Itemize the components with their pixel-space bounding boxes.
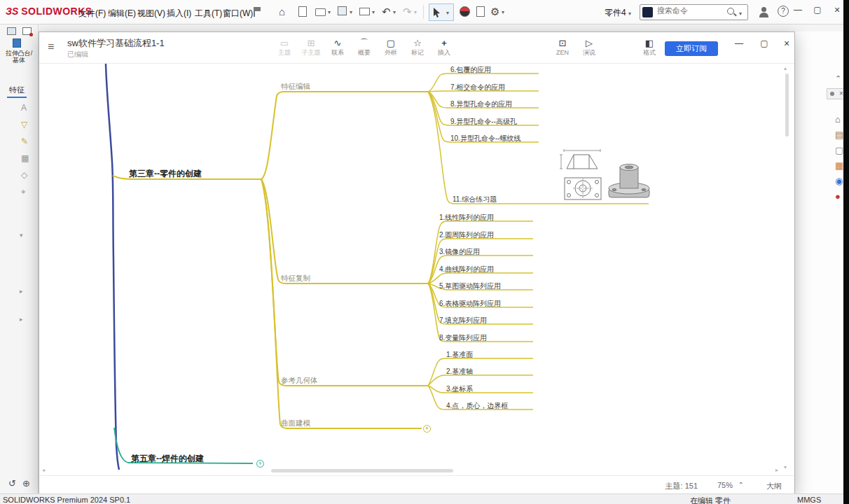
features-tab[interactable]: 特征	[7, 85, 27, 98]
sw-minimize-button[interactable]: —	[792, 4, 804, 15]
rebuild-icon[interactable]	[460, 6, 470, 17]
mindmap-branch-reference-geometry[interactable]: 参考几何体	[281, 376, 318, 386]
tree-collapse-icon[interactable]: ▾	[20, 232, 23, 239]
mindmap-node[interactable]: 2.基准轴	[446, 367, 473, 377]
mindmap-canvas[interactable]: 第三章--零件的创建 第五章--焊件的创建 特征编辑 特征复制 参考几何体 曲面…	[40, 64, 794, 475]
mindmap-node[interactable]: 8.变量阵列应用	[439, 333, 487, 343]
design-library-icon[interactable]: ▤	[835, 130, 843, 140]
zoom-fit-icon[interactable]: ⊕	[22, 478, 30, 489]
view-rotate-icon[interactable]: ↺	[8, 478, 16, 489]
mindmap-node[interactable]: 6.表格驱动阵列应用	[439, 299, 501, 309]
new-document-icon[interactable]	[298, 6, 307, 17]
scroll-down-icon[interactable]: ▾	[784, 464, 787, 470]
vertical-scrollbar-thumb[interactable]	[785, 74, 789, 136]
custom-properties-icon[interactable]: ●	[835, 192, 841, 202]
scroll-right-icon[interactable]: ▸	[775, 467, 778, 473]
horizontal-scrollbar-thumb[interactable]	[271, 469, 453, 472]
extrude-boss-icon[interactable]	[13, 38, 21, 48]
filter-funnel-icon[interactable]: ▽	[21, 120, 27, 130]
mindmap-node[interactable]: 3.镜像的应用	[439, 247, 480, 257]
mindmap-node[interactable]: 7.相交命令的应用	[450, 83, 505, 92]
xmind-close-button[interactable]: ×	[780, 38, 793, 49]
taskpane-pin-icon[interactable]	[830, 92, 834, 96]
zoom-level[interactable]: 75%	[717, 481, 733, 489]
search-chevron-icon[interactable]: ▾	[739, 10, 742, 17]
undo-icon[interactable]: ↶	[382, 6, 391, 18]
options-gear-icon[interactable]: ⚙	[490, 6, 499, 18]
taskpane-home-icon[interactable]: ⌂	[835, 115, 841, 125]
mindmap-node[interactable]: 10.异型孔命令--螺纹线	[450, 134, 521, 144]
xmind-minimize-button[interactable]: —	[733, 38, 745, 49]
save-chevron-icon[interactable]: ▾	[350, 9, 352, 15]
menu-insert[interactable]: 插入(I)	[164, 6, 194, 21]
menu-view[interactable]: 视图(V)	[134, 6, 168, 21]
feature-manager-icon[interactable]: A	[21, 103, 27, 113]
save-icon[interactable]	[338, 6, 347, 15]
select-tool-button[interactable]: ▾	[429, 4, 454, 21]
pin-menu-icon[interactable]	[254, 7, 261, 17]
scroll-left-icon[interactable]: ◂	[42, 467, 45, 473]
taskpane-close-icon[interactable]: ×	[839, 90, 843, 97]
sw-close-button[interactable]: ×	[831, 4, 843, 15]
search-input[interactable]	[657, 6, 724, 15]
toolbar-zen[interactable]: ⊡ZEN	[549, 37, 576, 57]
view-palette-icon[interactable]: ▦	[835, 161, 843, 171]
redo-icon[interactable]: ↷	[403, 6, 412, 18]
file-explorer-icon[interactable]: ▢	[835, 146, 843, 155]
help-icon[interactable]: ?	[778, 6, 789, 17]
undo-chevron-icon[interactable]: ▾	[393, 9, 396, 15]
outline-toggle[interactable]: 大纲	[766, 481, 782, 491]
login-user-icon[interactable]	[759, 6, 770, 18]
toolbar-topic[interactable]: ▭主题	[271, 37, 298, 57]
sw-maximize-button[interactable]: ▢	[811, 4, 824, 15]
menu-file[interactable]: 文件(F)	[76, 6, 109, 21]
mindmap-node[interactable]: 8.异型孔命令的应用	[450, 99, 512, 109]
mindmap-node[interactable]: 4.点，质心，边界框	[446, 401, 508, 411]
toolbar-pitch[interactable]: ▷演说	[576, 37, 602, 57]
mindmap-node[interactable]: 2.圆周阵列的应用	[439, 230, 494, 240]
redo-chevron-icon[interactable]: ▾	[414, 9, 417, 15]
hamburger-menu-icon[interactable]: ≡	[48, 41, 54, 53]
mindmap-branch-feature-edit[interactable]: 特征编辑	[281, 82, 310, 92]
tree-expand2-icon[interactable]: ▸	[20, 316, 23, 323]
toolbar-boundary[interactable]: ▢外框	[378, 37, 404, 57]
units-label[interactable]: MMGS	[797, 496, 821, 504]
mindmap-node[interactable]: 6.包覆的应用	[450, 65, 491, 75]
sketch-pencil-icon[interactable]: ✎	[21, 136, 28, 146]
configuration-icon[interactable]: ◇	[21, 170, 27, 180]
home-icon[interactable]: ⌂	[279, 6, 285, 18]
toolbar-relationship[interactable]: ∿联系	[324, 37, 351, 57]
command-search-box[interactable]: ▾	[640, 4, 748, 20]
open-icon[interactable]	[315, 8, 326, 16]
mindmap-node-chapter5[interactable]: 第五章--焊件的创建	[131, 453, 204, 465]
expand-chapter5-button[interactable]: +	[256, 460, 264, 468]
dimxpert-icon[interactable]: ⌖	[21, 187, 26, 197]
menu-edit[interactable]: 编辑(E)	[105, 6, 139, 21]
subscribe-button[interactable]: 立即订阅	[665, 41, 718, 56]
print-icon[interactable]	[359, 8, 370, 15]
screenshot-icon[interactable]	[7, 27, 16, 35]
extrude-boss-label[interactable]: 拉伸凸台/基体	[3, 50, 35, 64]
mindmap-node[interactable]: 4.曲线阵列的应用	[439, 265, 494, 274]
mindmap-node[interactable]: 3.坐标系	[446, 384, 473, 394]
mindmap-node[interactable]: 11.综合练习题	[453, 195, 497, 204]
mindmap-node[interactable]: 5.草图驱动阵列应用	[439, 281, 501, 291]
menu-window[interactable]: 窗口(W)	[220, 6, 256, 21]
zoom-chevron-icon[interactable]: ⌃	[738, 481, 744, 489]
file-properties-icon[interactable]	[476, 6, 485, 17]
collapse-chevron-icon[interactable]: ⌃	[835, 74, 841, 83]
display-grid-icon[interactable]: ▦	[21, 153, 29, 163]
toolbar-format[interactable]: ◧格式	[636, 37, 663, 57]
mindmap-branch-surface-modeling[interactable]: 曲面建模	[281, 419, 310, 428]
mindmap-branch-feature-copy[interactable]: 特征复制	[281, 274, 310, 284]
mindmap-node[interactable]: 1.基准面	[446, 350, 473, 360]
toolbar-marker[interactable]: ☆标记	[404, 37, 431, 57]
xmind-maximize-button[interactable]: ▢	[758, 38, 771, 49]
mindmap-node[interactable]: 9.异型孔命令--高级孔	[450, 117, 517, 127]
mindmap-node[interactable]: 7.填充阵列应用	[439, 316, 487, 326]
toolbar-insert[interactable]: +插入	[431, 37, 457, 57]
print-chevron-icon[interactable]: ▾	[372, 9, 375, 15]
appearances-icon[interactable]: ◉	[835, 176, 843, 186]
expand-surface-modeling-button[interactable]: +	[423, 425, 431, 433]
scroll-up-icon[interactable]: ▴	[784, 65, 787, 71]
